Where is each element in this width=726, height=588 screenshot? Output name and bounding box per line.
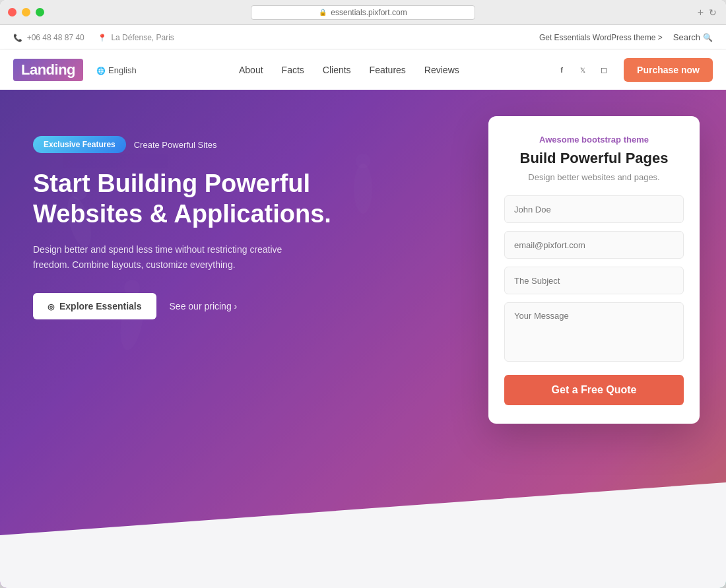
twitter-icon[interactable] [576, 63, 589, 77]
close-button[interactable] [8, 8, 16, 16]
mac-window: 🔒 essentials.pixfort.com ↻ + +06 48 48 8… [0, 0, 726, 588]
social-links [555, 63, 610, 77]
pricing-link[interactable]: See our pricing › [170, 301, 238, 311]
language-label: English [108, 65, 137, 75]
explore-button[interactable]: Explore Essentials [33, 293, 156, 319]
search-button[interactable]: Search [673, 32, 713, 42]
topbar-left: +06 48 48 87 40 La Défense, Paris [13, 33, 174, 42]
promo-link[interactable]: Get Essentials WordPress theme > [539, 33, 663, 42]
nav-clients[interactable]: Clients [323, 65, 351, 75]
submit-button[interactable]: Get a Free Quote [504, 375, 684, 405]
titlebar: 🔒 essentials.pixfort.com ↻ + [0, 0, 726, 25]
site-logo[interactable]: Landing [13, 59, 83, 81]
location-icon [98, 33, 107, 42]
new-tab-button[interactable]: + [698, 7, 704, 18]
purchase-button[interactable]: Purchase now [624, 58, 713, 82]
nav-facts[interactable]: Facts [282, 65, 304, 75]
name-input[interactable] [504, 195, 684, 223]
phone-info: +06 48 48 87 40 [13, 33, 84, 42]
nav-links: About Facts Clients Features Reviews [156, 65, 542, 75]
contact-form-card: Awesome bootstrap theme Build Powerful P… [488, 116, 700, 424]
search-icon [703, 32, 713, 42]
navbar: Landing English About Facts Clients Feat… [0, 50, 726, 90]
subject-input[interactable] [504, 267, 684, 294]
compass-icon [48, 301, 54, 311]
hero-badges: Exclusive Features Create Powerful Sites [33, 136, 488, 153]
phone-icon [13, 33, 22, 42]
address-bar[interactable]: 🔒 essentials.pixfort.com [251, 5, 475, 20]
exclusive-badge: Exclusive Features [33, 136, 126, 153]
topbar: +06 48 48 87 40 La Défense, Paris Get Es… [0, 25, 726, 50]
nav-about[interactable]: About [239, 65, 263, 75]
nav-reviews[interactable]: Reviews [424, 65, 459, 75]
facebook-icon[interactable] [555, 63, 568, 77]
location-info: La Défense, Paris [98, 33, 174, 42]
lock-icon: 🔒 [319, 9, 327, 16]
hero-content: Exclusive Features Create Powerful Sites… [0, 90, 726, 588]
form-description: Design better websites and pages. [504, 172, 684, 182]
maximize-button[interactable] [36, 8, 44, 16]
form-title: Build Powerful Pages [504, 150, 684, 167]
language-selector[interactable]: English [96, 65, 137, 75]
globe-icon [96, 65, 106, 75]
window-controls [8, 8, 44, 16]
refresh-button[interactable]: ↻ [709, 7, 717, 18]
hero-description: Design better and spend less time withou… [33, 242, 297, 272]
hero-title: Start Building Powerful Websites & Appli… [33, 169, 363, 229]
location-text: La Défense, Paris [111, 33, 174, 42]
minimize-button[interactable] [22, 8, 30, 16]
nav-features[interactable]: Features [370, 65, 406, 75]
explore-label: Explore Essentials [59, 301, 142, 311]
hero-section: Exclusive Features Create Powerful Sites… [0, 90, 726, 588]
message-textarea[interactable] [504, 302, 684, 362]
search-label: Search [673, 32, 700, 42]
hero-left: Exclusive Features Create Powerful Sites… [33, 116, 488, 319]
badge-secondary-text: Create Powerful Sites [134, 140, 217, 150]
email-input[interactable] [504, 231, 684, 259]
url-text: essentials.pixfort.com [331, 8, 407, 17]
instagram-icon[interactable] [597, 63, 610, 77]
website-content: +06 48 48 87 40 La Défense, Paris Get Es… [0, 25, 726, 588]
hero-cta: Explore Essentials See our pricing › [33, 293, 488, 319]
phone-number: +06 48 48 87 40 [27, 33, 84, 42]
form-subtitle: Awesome bootstrap theme [504, 135, 684, 145]
topbar-right: Get Essentials WordPress theme > Search [539, 32, 713, 42]
